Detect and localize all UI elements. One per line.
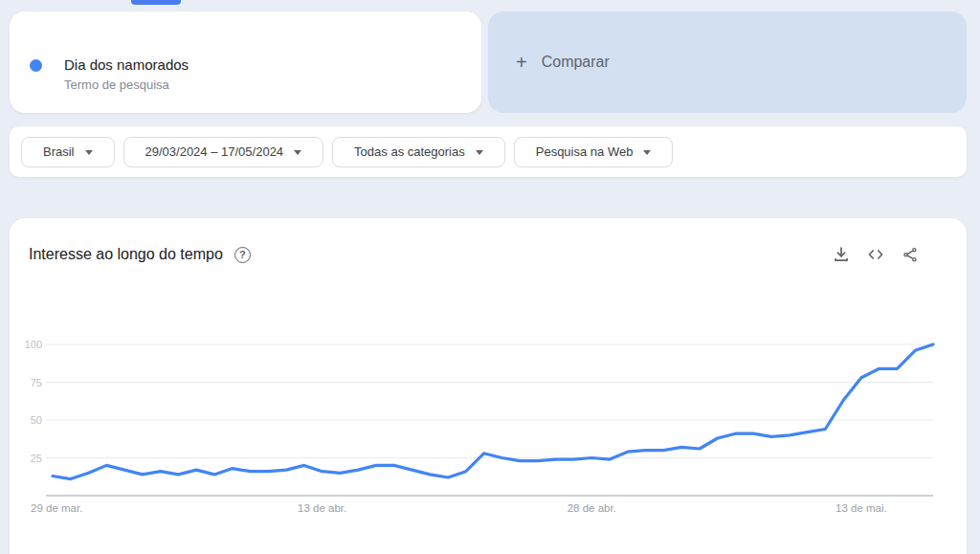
download-icon[interactable] (833, 246, 850, 263)
term-text-block: Dia dos namorados Termo de pesquisa (64, 55, 189, 93)
x-axis-tick-label: 29 de mar. (31, 502, 82, 514)
category-filter-dropdown[interactable]: Todas as categorias (332, 137, 505, 167)
country-filter-dropdown[interactable]: Brasil (21, 137, 115, 167)
plus-icon: + (516, 53, 527, 72)
compare-add-button[interactable]: + Comparar (488, 11, 967, 113)
interest-chart[interactable]: 25507510029 de mar.13 de abr.28 de abr.1… (10, 325, 967, 534)
search-terms-row: Dia dos namorados Termo de pesquisa + Co… (10, 11, 967, 113)
series-color-dot-icon (30, 59, 42, 72)
search-term-title: Dia dos namorados (64, 55, 189, 74)
y-axis-tick-label: 50 (31, 414, 42, 426)
chart-title: Interesse ao longo do tempo (29, 246, 223, 263)
x-axis-tick-label: 13 de abr. (298, 502, 346, 514)
interest-over-time-card: Interesse ao longo do tempo ? 2550 (10, 218, 967, 554)
embed-code-icon[interactable] (867, 246, 884, 263)
date-range-filter-label: 29/03/2024 – 17/05/2024 (145, 144, 284, 159)
date-range-filter-dropdown[interactable]: 29/03/2024 – 17/05/2024 (123, 137, 324, 167)
chevron-down-icon (643, 150, 651, 155)
y-axis-tick-label: 25 (31, 453, 42, 464)
active-tab-indicator (131, 0, 181, 5)
y-axis-tick-label: 75 (31, 377, 42, 388)
y-axis-tick-label: 100 (25, 339, 42, 350)
trend-line (53, 344, 933, 479)
search-type-filter-dropdown[interactable]: Pesquisa na Web (514, 137, 674, 167)
filter-bar: Brasil 29/03/2024 – 17/05/2024 Todas as … (10, 126, 967, 177)
chart-actions (833, 246, 919, 263)
chevron-down-icon (85, 150, 93, 155)
search-type-filter-label: Pesquisa na Web (536, 144, 634, 159)
chevron-down-icon (476, 150, 483, 155)
x-axis-tick-label: 28 de abr. (568, 502, 616, 514)
country-filter-label: Brasil (43, 144, 75, 159)
help-icon[interactable]: ? (234, 247, 251, 263)
x-axis-tick-label: 13 de mai. (835, 502, 887, 514)
search-term-card[interactable]: Dia dos namorados Termo de pesquisa (10, 11, 481, 113)
share-icon[interactable] (902, 246, 919, 263)
search-term-subtitle: Termo de pesquisa (64, 77, 189, 93)
category-filter-label: Todas as categorias (354, 144, 465, 159)
compare-label: Comparar (542, 54, 610, 71)
chart-header: Interesse ao longo do tempo ? (29, 243, 947, 266)
google-trends-page: { "colors": { "accent_blue": "#4285f4", … (0, 0, 980, 554)
chevron-down-icon (294, 150, 301, 155)
